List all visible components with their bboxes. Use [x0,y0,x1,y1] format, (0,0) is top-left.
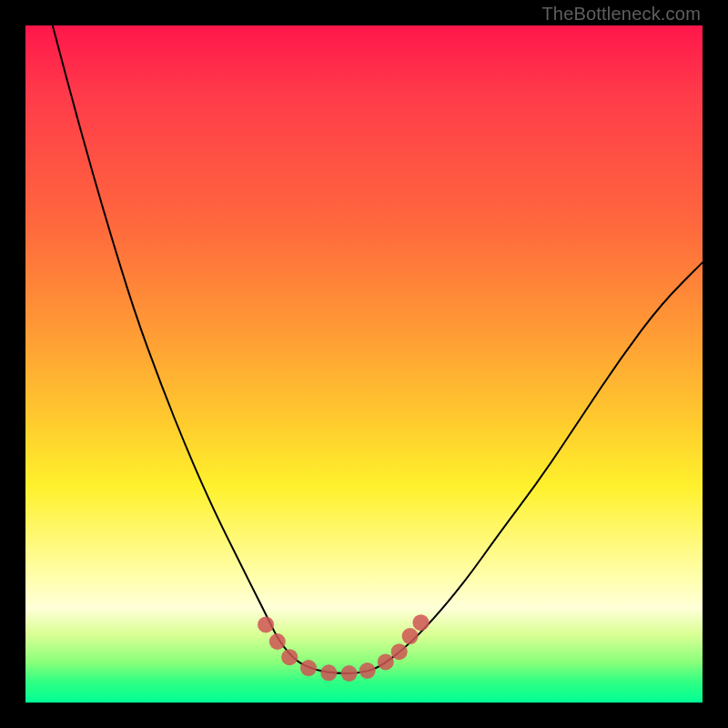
marker-dot [258,616,274,632]
marker-dot [300,660,317,676]
marker-dot [391,643,408,660]
attribution-text: TheBottleneck.com [541,4,701,25]
chart-frame: TheBottleneck.com [0,0,728,728]
marker-dot [281,649,298,665]
marker-dot [378,653,394,670]
plot-area [25,25,703,703]
marker-dot [269,633,286,650]
marker-dot [402,628,419,644]
marker-series [258,614,429,682]
curve-svg [25,25,703,703]
marker-dot [413,614,430,631]
marker-dot [359,662,376,679]
marker-dot [320,664,337,681]
bottleneck-curve [53,25,703,673]
marker-dot [341,665,358,682]
